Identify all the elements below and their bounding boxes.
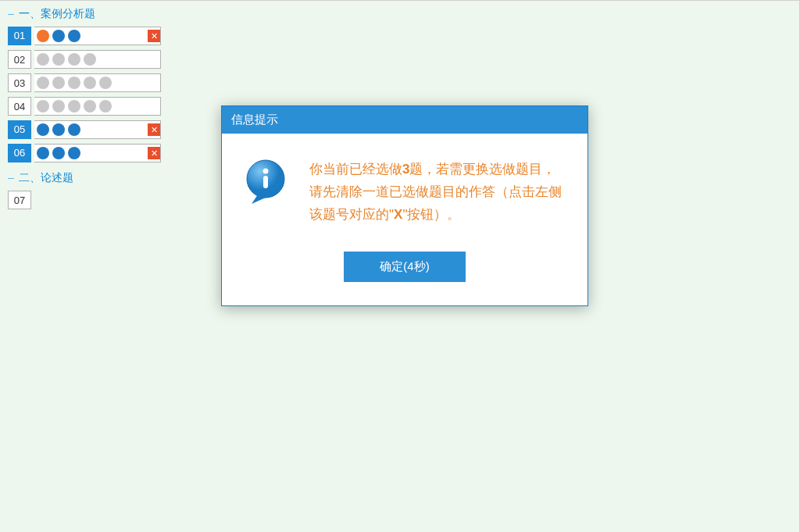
confirm-button[interactable]: 确定(4秒)	[344, 252, 465, 282]
modal-title: 信息提示	[222, 106, 588, 134]
info-icon	[244, 159, 292, 210]
info-modal: 信息提示 你当前已经选做3题，若需更换选做题目，请先清除一道已选做题目的作答（点…	[221, 105, 588, 306]
modal-message: 你当前已经选做3题，若需更换选做题目，请先清除一道已选做题目的作答（点击左侧该题…	[309, 159, 566, 227]
svg-point-1	[263, 169, 269, 174]
modal-overlay: 信息提示 你当前已经选做3题，若需更换选做题目，请先清除一道已选做题目的作答（点…	[0, 1, 799, 532]
svg-rect-2	[263, 176, 268, 188]
